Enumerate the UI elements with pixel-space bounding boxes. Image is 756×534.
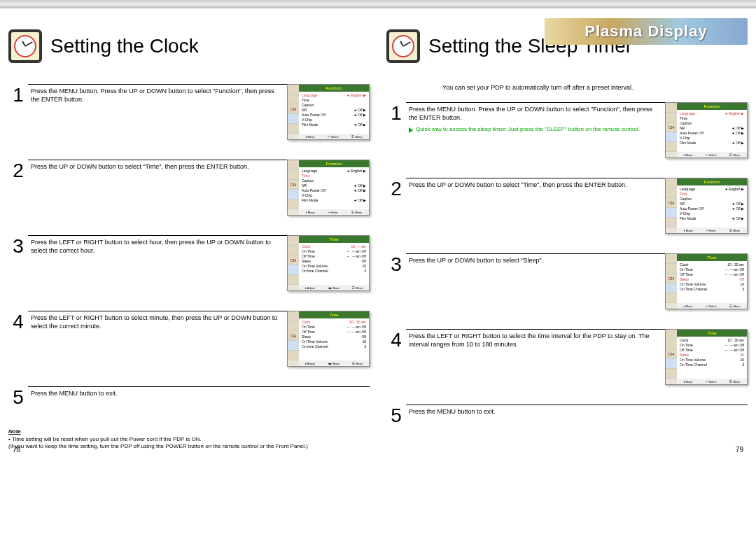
menu-sidebar: CH [666, 254, 677, 309]
menu-item: Off Time-- : -- am Off [678, 348, 746, 352]
page-number: 78 [13, 446, 20, 454]
menu-item: NR◄ Off ▶ [300, 108, 368, 112]
menu-item: Caption [678, 121, 746, 125]
menu-footer: ♦ Adjust◄▶ Move☰ Menu [299, 285, 369, 290]
step-text: Press the MENU button. Press the UP or D… [28, 84, 287, 104]
menu-item: Film Mode◄ Off ▶ [678, 141, 746, 145]
menu-body: Clock10 : 30 amOn Time-- : -- am OffOff … [678, 338, 746, 377]
menu-item: SleepOff [300, 335, 368, 339]
step-row: 2 Press the UP or DOWN button to select … [8, 160, 370, 216]
menu-title: Time [299, 236, 369, 243]
menu-item: On Time Volume10 [678, 358, 746, 362]
menu-item: V-Chip [300, 118, 368, 122]
clock-icon [386, 29, 420, 63]
step-text: Press the MENU button. Press the UP or D… [406, 102, 665, 134]
section-header: Setting the Clock [8, 29, 370, 63]
menu-screenshot: CH Time Clock10 : -- amOn Time-- : -- am… [287, 235, 370, 291]
menu-screenshot: CH Time Clock10 : 30 amOn Time-- : -- am… [665, 253, 748, 309]
step-tip: Quick way to access the sleep timer: Jus… [409, 126, 659, 133]
step-text: Press the MENU button to exit. [28, 386, 370, 398]
step-row: 4 Press the LEFT or RIGHT button to sele… [386, 329, 748, 385]
step-number: 5 [8, 386, 28, 409]
steps-container: 1 Press the MENU button. Press the UP or… [386, 102, 748, 427]
menu-item: Clock10 : 30 am [300, 320, 368, 324]
step-number: 1 [386, 102, 406, 125]
menu-item: Sleep30 [678, 353, 746, 357]
menu-item: Film Mode◄ Off ▶ [678, 216, 746, 220]
menu-title: Function [299, 160, 369, 167]
step-text: Press the LEFT or RIGHT button to select… [28, 235, 287, 255]
menu-item: On Time Volume10 [300, 264, 368, 268]
menu-item: On Time Channel3 [678, 287, 746, 291]
brand-banner: Plasma Display [545, 18, 748, 45]
menu-sidebar: CH [288, 236, 299, 290]
step-text: Press the LEFT or RIGHT button to select… [406, 329, 665, 349]
menu-title: Function [299, 85, 369, 92]
menu-item: Auto Power Off◄ Off ▶ [300, 113, 368, 117]
menu-item: Film Mode◄ Off ▶ [300, 198, 368, 202]
menu-body: Clock10 : -- amOn Time-- : -- am OffOff … [300, 244, 368, 283]
menu-title: Function [677, 178, 747, 185]
menu-body: Language◄ English ▶TimeCaptionNR◄ Off ▶A… [678, 111, 746, 150]
menu-item: Clock10 : -- am [300, 244, 368, 248]
menu-item: Time [678, 116, 746, 120]
step-number: 1 [8, 84, 28, 106]
menu-item: V-Chip [678, 211, 746, 216]
left-page: Setting the Clock 1 Press the MENU butto… [0, 8, 378, 459]
menu-item: Language◄ English ▶ [300, 93, 368, 97]
menu-body: Language◄ English ▶TimeCaptionNR◄ Off ▶A… [678, 187, 746, 226]
step-text: Press the UP or DOWN button to select "S… [406, 253, 665, 265]
menu-item: Clock10 : 30 am [678, 262, 746, 267]
menu-item: NR◄ Off ▶ [678, 202, 746, 206]
menu-title: Time [299, 311, 369, 318]
menu-sidebar: CH [288, 311, 299, 366]
step-row: 1 Press the MENU button. Press the UP or… [8, 84, 370, 140]
step-row: 1 Press the MENU button. Press the UP or… [386, 102, 748, 158]
menu-item: On Time-- : -- am Off [678, 267, 746, 272]
brand-text: Plasma Display [584, 22, 707, 41]
step-row: 3 Press the LEFT or RIGHT button to sele… [8, 235, 370, 291]
step-number: 3 [8, 235, 28, 258]
right-page: Plasma Display Setting the Sleep Timer Y… [378, 8, 756, 459]
menu-title: Time [677, 254, 747, 261]
menu-item: V-Chip [678, 136, 746, 140]
menu-sidebar: CH [666, 103, 677, 157]
step-row: 5 Press the MENU button to exit. [8, 386, 370, 409]
menu-item: Language◄ English ▶ [678, 111, 746, 115]
step-row: 2 Press the UP or DOWN button to select … [386, 178, 748, 234]
step-text: Press the UP or DOWN button to select "T… [406, 178, 665, 190]
menu-item: Off Time-- : -- am Off [300, 254, 368, 258]
menu-item: On Time-- : -- am Off [300, 325, 368, 329]
menu-body: Language◄ English ▶TimeCaptionNR◄ Off ▶A… [300, 93, 368, 132]
menu-sidebar: CH [288, 85, 299, 139]
step-text: Press the UP or DOWN button to select "T… [28, 160, 287, 171]
tip-text: Quick way to access the sleep timer: Jus… [416, 126, 640, 133]
menu-item: Film Mode◄ Off ▶ [300, 122, 368, 127]
menu-screenshot: CH Function Language◄ English ▶TimeCapti… [665, 102, 748, 158]
menu-sidebar: CH [666, 178, 677, 233]
step-number: 3 [386, 253, 406, 276]
menu-item: Time [300, 174, 368, 178]
menu-item: Time [300, 98, 368, 102]
intro-text: You can set your PDP to automatically tu… [442, 84, 748, 91]
menu-item: Auto Power Off◄ Off ▶ [678, 131, 746, 135]
menu-item: On Time Volume10 [300, 339, 368, 344]
menu-screenshot: CH Time Clock10 : 30 amOn Time-- : -- am… [665, 329, 748, 385]
menu-item: On Time Volume10 [678, 282, 746, 286]
menu-screenshot: CH Time Clock10 : 30 amOn Time-- : -- am… [287, 311, 370, 367]
menu-footer: ♦ Move↵ Select☰ Menu [677, 152, 747, 157]
menu-body: Clock10 : 30 amOn Time-- : -- am OffOff … [678, 262, 746, 302]
menu-item: On time Channel3 [300, 269, 368, 273]
step-number: 4 [8, 311, 28, 333]
menu-item: NR◄ Off ▶ [300, 183, 368, 188]
menu-footer: ♦ Move↵ Enter☰ Menu [299, 209, 369, 215]
menu-item: On time Channel3 [300, 344, 368, 349]
menu-item: Auto Power Off◄ Off ▶ [678, 206, 746, 211]
menu-item: On Time-- : -- am Off [678, 343, 746, 347]
clock-icon [8, 29, 42, 63]
menu-item: Language◄ English ▶ [678, 187, 746, 191]
step-text: Press the LEFT or RIGHT button to select… [28, 311, 287, 330]
menu-footer: ♦ Adjust◄▶ Move☰ Menu [299, 360, 369, 366]
step-row: 5 Press the MENU button to exit. [386, 405, 748, 427]
note-title: Note [8, 428, 370, 435]
